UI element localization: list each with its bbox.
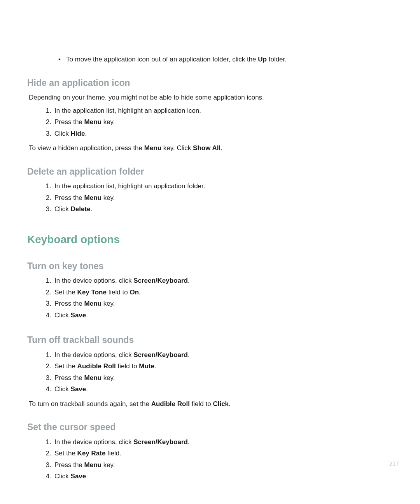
heading-set-cursor-speed: Set the cursor speed: [27, 420, 393, 434]
text: .: [85, 130, 87, 137]
text: To move the application icon out of an a…: [66, 56, 258, 63]
steps-list: In the device options, click Screen/Keyb…: [27, 276, 393, 322]
text: field.: [105, 450, 121, 457]
step-item: In the device options, click Screen/Keyb…: [47, 276, 393, 287]
text: .: [86, 472, 88, 480]
text: Set the: [54, 450, 77, 457]
bold-text: Key Tone: [77, 289, 107, 296]
steps-list: In the application list, highlight an ap…: [27, 106, 393, 140]
bold-text: Screen/Keyboard: [133, 438, 188, 446]
text: Click: [54, 130, 71, 137]
text: Press the: [54, 118, 84, 126]
text: To turn on trackball sounds again, set t…: [29, 400, 151, 408]
bold-text: Show All: [193, 144, 220, 152]
bold-text: Screen/Keyboard: [133, 351, 188, 359]
paragraph: Depending on your theme, you might not b…: [27, 93, 393, 103]
step-item: Click Save.: [47, 310, 393, 322]
step-item: Set the Key Tone field to On.: [47, 287, 393, 299]
text: .: [229, 400, 231, 408]
step-item: In the application list, highlight an ap…: [47, 181, 393, 193]
step-item: Press the Menu key.: [47, 193, 393, 205]
steps-list: In the device options, click Screen/Keyb…: [27, 437, 393, 483]
step-item: Set the Audible Roll field to Mute.: [47, 361, 393, 373]
bold-text: Hide: [71, 130, 85, 137]
intro-bullet-item: To move the application icon out of an a…: [58, 54, 393, 65]
text: Click: [54, 312, 71, 319]
bold-text: Mute: [139, 362, 154, 370]
text: .: [86, 385, 88, 393]
text: key. Click: [161, 144, 193, 152]
bold-text: Delete: [71, 205, 91, 213]
text: .: [86, 312, 88, 319]
step-item: Press the Menu key.: [47, 460, 393, 472]
text: field to: [190, 400, 213, 408]
text: key.: [102, 300, 115, 307]
steps-list: In the application list, highlight an ap…: [27, 181, 393, 216]
heading-turn-on-key-tones: Turn on key tones: [27, 259, 393, 273]
bold-text: Click: [213, 400, 229, 408]
step-item: In the device options, click Screen/Keyb…: [47, 350, 393, 362]
document-page: To move the application icon out of an a…: [0, 0, 420, 483]
bold-text: Key Rate: [77, 450, 106, 457]
text: .: [188, 438, 190, 446]
bold-text: Menu: [84, 194, 102, 201]
intro-bullet-list: To move the application icon out of an a…: [27, 54, 393, 65]
text: .: [91, 205, 93, 213]
text: In the device options, click: [54, 351, 133, 359]
text: To view a hidden application, press the: [29, 144, 144, 152]
heading-keyboard-options: Keyboard options: [27, 231, 393, 248]
step-item: Click Save.: [47, 384, 393, 396]
bold-text: Save: [71, 472, 86, 480]
text: In the application list, highlight an ap…: [54, 107, 201, 114]
text: Click: [54, 385, 71, 393]
step-item: Set the Key Rate field.: [47, 448, 393, 460]
text: Set the: [54, 362, 77, 370]
bold-text: Menu: [84, 374, 102, 382]
steps-list: In the device options, click Screen/Keyb…: [27, 350, 393, 396]
step-item: Click Hide.: [47, 129, 393, 140]
step-item: Click Delete.: [47, 204, 393, 216]
text: key.: [102, 194, 115, 201]
bold-text: Menu: [84, 118, 102, 126]
bold-text: Menu: [84, 461, 102, 469]
text: In the device options, click: [54, 277, 133, 284]
heading-hide-app-icon: Hide an application icon: [27, 76, 393, 90]
step-item: In the device options, click Screen/Keyb…: [47, 437, 393, 449]
text: .: [188, 277, 190, 284]
bold-text: On: [130, 289, 139, 296]
bold-text: Menu: [144, 144, 161, 152]
bold-text: Menu: [84, 300, 102, 307]
text: key.: [102, 374, 115, 382]
step-item: Press the Menu key.: [47, 299, 393, 310]
bold-text: Up: [258, 56, 267, 63]
text: Press the: [54, 194, 84, 201]
text: field to: [107, 289, 130, 296]
paragraph: To turn on trackball sounds again, set t…: [27, 399, 393, 409]
heading-turn-off-trackball-sounds: Turn off trackball sounds: [27, 333, 393, 347]
page-number: 217: [389, 460, 399, 467]
paragraph: To view a hidden application, press the …: [27, 143, 393, 153]
text: .: [188, 351, 190, 359]
step-item: Press the Menu key.: [47, 373, 393, 385]
bold-text: Save: [71, 385, 86, 393]
text: Press the: [54, 300, 84, 307]
text: key.: [102, 118, 115, 126]
bold-text: Audible Roll: [77, 362, 116, 370]
text: Press the: [54, 374, 84, 382]
text: In the application list, highlight an ap…: [54, 182, 205, 190]
step-item: Press the Menu key.: [47, 117, 393, 129]
text: Set the: [54, 289, 77, 296]
text: Click: [54, 205, 71, 213]
step-item: In the application list, highlight an ap…: [47, 106, 393, 117]
bold-text: Audible Roll: [151, 400, 190, 408]
text: folder.: [267, 56, 287, 63]
bold-text: Save: [71, 312, 86, 319]
step-item: Click Save.: [47, 471, 393, 483]
text: Click: [54, 472, 71, 480]
heading-delete-app-folder: Delete an application folder: [27, 165, 393, 178]
text: In the device options, click: [54, 438, 133, 446]
text: .: [154, 362, 156, 370]
bold-text: Screen/Keyboard: [133, 277, 188, 284]
text: .: [220, 144, 222, 152]
text: field to: [116, 362, 139, 370]
